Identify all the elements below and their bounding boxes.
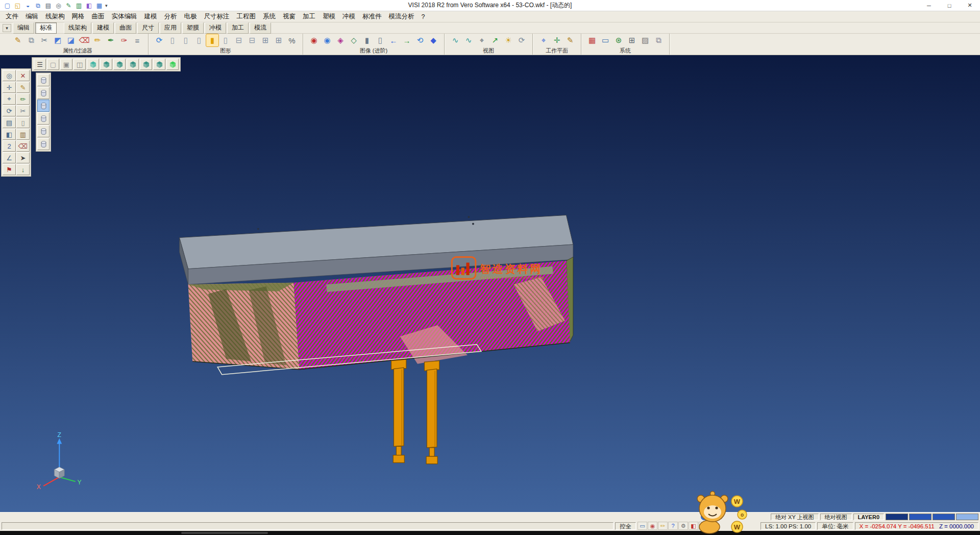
- tab-mold[interactable]: 塑膜: [182, 22, 204, 34]
- attribute-copy-icon[interactable]: ⧉: [25, 34, 37, 46]
- chain-cut-icon[interactable]: ✂: [38, 34, 51, 46]
- trim-icon[interactable]: ✂: [16, 105, 30, 116]
- hatch-icon[interactable]: ▨: [639, 34, 651, 46]
- prev-view-icon[interactable]: ←: [387, 34, 400, 46]
- red-cube-icon[interactable]: ◧: [689, 522, 698, 530]
- menu-machining[interactable]: 加工: [299, 11, 319, 22]
- flag-icon[interactable]: ⚑: [3, 164, 16, 175]
- pencil-icon[interactable]: ✏: [658, 522, 668, 530]
- cylinder-wire-icon[interactable]: ▯: [166, 34, 179, 46]
- filter-face-icon[interactable]: ◩: [52, 34, 64, 46]
- pen-yellow-icon[interactable]: ✏: [91, 34, 104, 46]
- wire-mode-icon[interactable]: ◇: [348, 34, 360, 46]
- globe-icon[interactable]: ⊛: [612, 34, 625, 46]
- print-small-icon[interactable]: ▤: [3, 117, 16, 128]
- menu-solid-edit[interactable]: 实体编辑: [108, 11, 141, 22]
- filter-slot-4[interactable]: [37, 112, 50, 125]
- tab-edit[interactable]: 编辑: [13, 22, 34, 34]
- menu-standard-parts[interactable]: 标准件: [359, 11, 385, 22]
- cursor-icon[interactable]: ➤: [16, 152, 30, 163]
- workplane-xy-icon[interactable]: ⌖: [537, 34, 550, 46]
- box-solid-icon[interactable]: ⊞: [273, 34, 285, 46]
- filter-slot-6[interactable]: [37, 138, 50, 150]
- sheet-icon[interactable]: ▯: [16, 117, 30, 128]
- layer-swatch-1[interactable]: [886, 514, 908, 520]
- taskbar-item[interactable]: [181, 532, 268, 534]
- layer-swatch-2[interactable]: [909, 514, 932, 520]
- triad-icon[interactable]: ⌖: [699, 522, 708, 530]
- view-capture-multi-icon[interactable]: ◉: [321, 34, 333, 46]
- cylinder-outline-icon[interactable]: ▯: [374, 34, 386, 46]
- units-readout[interactable]: 单位: 毫米: [817, 522, 853, 530]
- pen-settings-icon[interactable]: ≡: [131, 34, 143, 46]
- view-back-icon[interactable]: [113, 59, 126, 70]
- view-up-icon[interactable]: ↗: [489, 34, 501, 46]
- lock-toggle[interactable]: 控全: [615, 522, 636, 530]
- viewport-scene[interactable]: 智造资料网 INTELLIGENT MANUFACTURING DATA Z X…: [0, 55, 980, 512]
- view-spin-icon[interactable]: ⟳: [516, 34, 528, 46]
- view-orientation-readout[interactable]: 绝对 XY 上视图: [771, 514, 819, 520]
- menu-die[interactable]: 冲模: [339, 11, 359, 22]
- menu-help[interactable]: ?: [418, 12, 429, 21]
- tab-wireframe[interactable]: 线架构: [64, 22, 91, 34]
- refresh-view-icon[interactable]: ⟳: [153, 34, 165, 46]
- filter-clear-icon[interactable]: ⌫: [78, 34, 90, 46]
- viewbar-menu-icon[interactable]: ☰: [34, 59, 46, 70]
- tab-machining[interactable]: 加工: [227, 22, 249, 34]
- tab-flow[interactable]: 模流: [250, 22, 271, 34]
- menu-dimension[interactable]: 尺寸标注: [201, 11, 233, 22]
- menu-drafting[interactable]: 工程图: [233, 11, 260, 22]
- ime-indicator[interactable]: A: [701, 514, 707, 520]
- menu-surface[interactable]: 曲面: [88, 11, 108, 22]
- view-right-icon[interactable]: [140, 59, 152, 70]
- solid-box-icon[interactable]: ◧: [3, 129, 16, 140]
- view-sun-icon[interactable]: ☀: [502, 34, 514, 46]
- menu-modeling[interactable]: 建模: [141, 11, 161, 22]
- menu-file[interactable]: 文件: [2, 11, 22, 22]
- snapshot-icon[interactable]: ◧: [85, 1, 93, 10]
- eraser-icon[interactable]: ⌫: [16, 140, 30, 152]
- tab-dropdown-icon[interactable]: ▾: [3, 24, 11, 32]
- attribute-brush-icon[interactable]: ✎: [12, 34, 24, 46]
- menu-window[interactable]: 视窗: [279, 11, 299, 22]
- view-split-icon[interactable]: ◫: [74, 59, 86, 70]
- menu-analysis[interactable]: 分析: [161, 11, 181, 22]
- filter-slot-5[interactable]: [37, 125, 50, 137]
- display-settings-icon[interactable]: ▭: [599, 34, 611, 46]
- zoom-extents-icon[interactable]: ∿: [462, 34, 475, 46]
- tab-standard[interactable]: 标准: [35, 22, 57, 34]
- open-file-icon[interactable]: ◱: [13, 1, 22, 10]
- 3d-viewport[interactable]: 智造资料网 INTELLIGENT MANUFACTURING DATA Z X…: [0, 55, 980, 512]
- angle-icon[interactable]: ∠: [3, 152, 16, 163]
- tab-surface[interactable]: 曲面: [115, 22, 136, 34]
- color-palette-icon[interactable]: ▦: [586, 34, 598, 46]
- next-view-icon[interactable]: →: [401, 34, 413, 46]
- menu-system[interactable]: 系统: [259, 11, 279, 22]
- menu-electrode[interactable]: 电极: [181, 11, 201, 22]
- view-top-icon[interactable]: [153, 59, 165, 70]
- cylinder-hidden-icon[interactable]: ▯: [193, 34, 205, 46]
- tab-application[interactable]: 应用: [160, 22, 181, 34]
- regen-icon[interactable]: ⟲: [414, 34, 426, 46]
- save-icon[interactable]: ◒: [23, 1, 32, 10]
- palette-icon[interactable]: ◉: [648, 522, 657, 530]
- view-left-icon[interactable]: [127, 59, 139, 70]
- quick-access-dropdown-icon[interactable]: ▾: [105, 3, 108, 8]
- zoom-dynamic-icon[interactable]: ∿: [449, 34, 461, 46]
- grid-icon[interactable]: ▦: [95, 1, 104, 10]
- filter-slot-2[interactable]: [37, 87, 50, 99]
- cylinder-render-icon[interactable]: ▮: [361, 34, 373, 46]
- pen-red-icon[interactable]: ✑: [118, 34, 130, 46]
- view-target-icon[interactable]: ⌖: [476, 34, 488, 46]
- menu-wireframe[interactable]: 线架构: [42, 11, 68, 22]
- close-button[interactable]: ✕: [960, 0, 980, 11]
- view-front-icon[interactable]: [100, 59, 112, 70]
- tab-dimension[interactable]: 尺寸: [137, 22, 159, 34]
- view-capture-icon[interactable]: ◉: [308, 34, 320, 46]
- print-icon[interactable]: ▤: [44, 1, 53, 10]
- layer-swatch-4[interactable]: [956, 514, 978, 520]
- view-blank-icon[interactable]: ▢: [47, 59, 59, 70]
- delete-icon[interactable]: ✕: [16, 70, 30, 81]
- filter-edge-icon[interactable]: ◪: [65, 34, 77, 46]
- menu-edit[interactable]: 编辑: [22, 11, 42, 22]
